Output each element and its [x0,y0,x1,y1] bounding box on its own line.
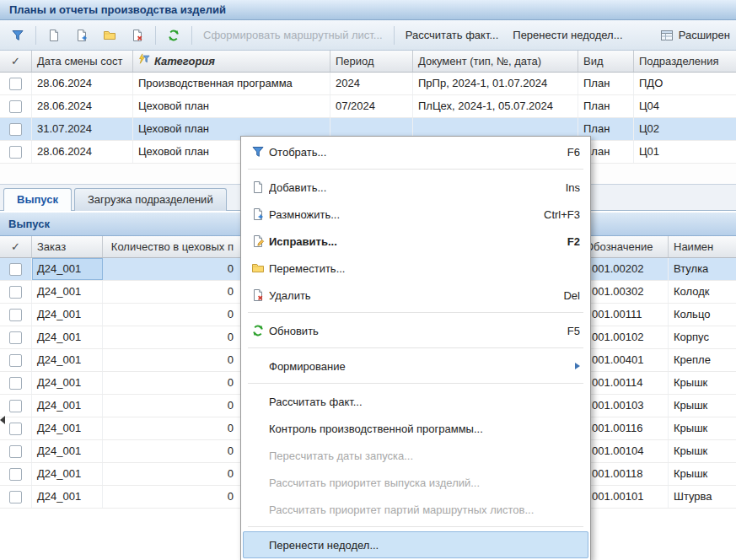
menu-item-label: Рассчитать приоритет партий маршрутных л… [269,503,580,516]
col-header-designation[interactable]: Обозначение [580,236,669,257]
cell-name: Крышк [669,417,736,439]
col-header-period[interactable]: Период [330,51,413,72]
menu-item-recalc-launch-dates: Пересчитать даты запуска... [243,442,588,469]
col-header-kind[interactable]: Вид [578,51,634,72]
form-route-list-button: Сформировать маршрутный лист... [197,25,389,45]
cell-name: Колодк [669,281,736,303]
delete-button[interactable] [125,25,150,46]
new-doc-icon [47,29,61,42]
row-checkbox[interactable] [9,100,22,113]
calc-fact-button[interactable]: Рассчитать факт... [400,25,505,45]
cell-check [0,304,32,326]
row-checkbox[interactable] [9,123,22,136]
cell-date: 31.07.2024 [32,118,133,140]
select-all-header[interactable]: ✓ [0,51,32,72]
cell-name: Крепле [669,349,736,371]
splitter-collapse-arrow[interactable] [0,412,8,428]
menu-item-add[interactable]: Добавить... Ins [243,174,588,201]
filter-button[interactable] [5,25,30,46]
toolbar-separator [191,26,192,45]
menu-item-edit[interactable]: Исправить... F2 [243,228,588,255]
menu-item-program-control[interactable]: Контроль производственной программы... [243,415,588,442]
refresh-icon [167,29,180,42]
cell-check [0,281,32,303]
add-button[interactable] [41,25,67,46]
menu-item-copy[interactable]: Размножить... Ctrl+F3 [243,201,588,228]
cell-designation: 001.00401 [580,349,669,371]
cell-division: Ц01 [634,141,736,163]
cell-name: Крышк [669,395,736,417]
menu-item-formation[interactable]: Формирование [243,353,588,380]
row-checkbox[interactable] [9,354,22,367]
col-header-date[interactable]: Дата смены сост [32,51,133,72]
col-header-category[interactable]: Категория [133,51,330,72]
advanced-filter-icon [660,29,674,42]
cell-qty: 0 [103,258,243,280]
cell-period: 07/2024 [330,95,413,117]
cell-kind: План [578,73,634,94]
cell-check [0,463,32,485]
menu-item-shortcut: Ctrl+F3 [544,208,580,221]
row-checkbox[interactable] [9,377,22,390]
advanced-filter-label: Расширен [679,29,730,41]
tab-vypusk[interactable]: Выпуск [3,188,72,211]
toolbar-separator [394,26,395,45]
menu-item-filter[interactable]: Отобрать... F6 [243,138,588,165]
row-checkbox[interactable] [9,468,22,481]
menu-item-label: Обновить [269,325,552,337]
cell-order: Д24_001 [32,304,103,326]
window-title: Планы и отчеты производства изделий [9,3,226,16]
row-checkbox[interactable] [9,423,22,435]
row-checkbox[interactable] [9,331,22,344]
menu-item-shortcut: Del [563,289,580,302]
row-checkbox[interactable] [9,286,22,299]
row-checkbox[interactable] [9,400,22,412]
col-header-division[interactable]: Подразделения [634,51,736,72]
row-checkbox[interactable] [9,445,22,458]
menu-item-delete[interactable]: Удалить Del [243,282,588,309]
cell-date: 28.06.2024 [32,141,133,163]
copy-button[interactable] [69,25,94,46]
cell-qty: 0 [103,372,243,394]
copy-doc-icon [75,29,89,42]
cell-designation: 001.00202 [580,258,669,280]
menu-item-label: Переместить... [269,262,565,275]
menu-item-label: Рассчитать факт... [269,396,580,408]
cell-qty: 0 [103,463,243,485]
refresh-button[interactable] [161,25,186,46]
row-checkbox[interactable] [9,146,22,159]
tab-zagruzka-podrazdeleniy[interactable]: Загрузка подразделений [74,188,227,211]
advanced-filter-button[interactable]: Расширен [654,25,736,46]
cell-order: Д24_001 [32,258,103,280]
col-header-qty[interactable]: Количество в цеховых п [103,236,243,257]
delete-doc-icon [246,288,269,302]
menu-item-label: Рассчитать приоритет выпуска изделий... [269,477,580,489]
cell-name: Втулка [669,258,736,280]
menu-item-label: Удалить [269,289,548,302]
menu-separator [248,383,583,384]
refresh-icon [246,324,269,337]
select-all-header[interactable]: ✓ [0,236,32,257]
col-header-name[interactable]: Наимен [669,236,736,257]
cell-designation: 001.00102 [580,326,669,348]
plans-row[interactable]: 28.06.2024 Цеховой план 07/2024 ПлЦех, 2… [0,95,736,118]
plans-row[interactable]: 28.06.2024 Производственная программа 20… [0,73,736,95]
move-button[interactable] [97,25,122,46]
move-backlog-button[interactable]: Перенести недодел... [507,25,628,45]
form-route-list-label: Сформировать маршрутный лист... [203,29,383,41]
col-header-order[interactable]: Заказ [32,236,103,257]
menu-item-move-backlog[interactable]: Перенести недодел... [243,531,588,558]
row-checkbox[interactable] [9,309,22,321]
col-header-document[interactable]: Документ (тип, №, дата) [413,51,578,72]
context-menu: Отобрать... F6 Добавить... Ins Размножит… [240,136,591,560]
row-checkbox[interactable] [9,491,22,503]
menu-item-label: Перенести недодел... [269,539,580,552]
cell-kind: План [578,95,634,117]
menu-item-refresh[interactable]: Обновить F5 [243,317,588,344]
row-checkbox[interactable] [9,263,22,276]
row-checkbox[interactable] [9,78,22,90]
menu-item-move[interactable]: Переместить... [243,255,588,282]
menu-item-calc-fact[interactable]: Рассчитать факт... [243,388,588,415]
cell-designation: 001.00101 [580,486,669,508]
cell-designation: 001.00103 [580,395,669,417]
